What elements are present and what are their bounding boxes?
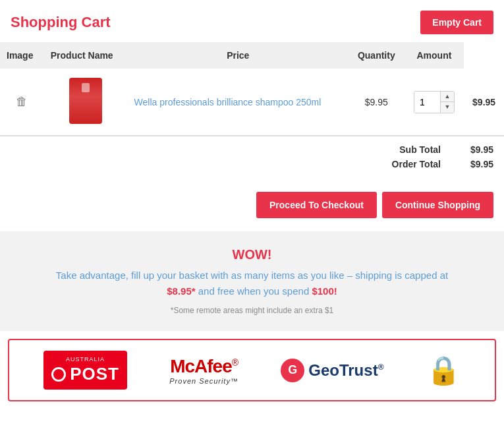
quantity-input[interactable] xyxy=(414,92,441,113)
quantity-up-arrow[interactable]: ▲ xyxy=(441,92,454,102)
amount-cell: $9.95 xyxy=(464,69,504,136)
quantity-down-arrow[interactable]: ▼ xyxy=(441,102,454,113)
quantity-spinner[interactable]: ▲ ▼ xyxy=(414,91,455,113)
quantity-arrows: ▲ ▼ xyxy=(441,92,454,113)
cart-table: Image Product Name Price Quantity Amount… xyxy=(0,42,504,136)
aus-post-main-text: POST xyxy=(70,364,119,384)
aus-post-circle xyxy=(51,367,66,382)
mcafee-badge: McAfee® Proven Security™ xyxy=(169,356,238,385)
sub-total-label: Sub Total xyxy=(381,144,441,155)
promo-price2: $100! xyxy=(312,285,337,297)
product-link[interactable]: Wella professionals brilliance shampoo 2… xyxy=(134,97,322,107)
geotrust-badge: G GeoTrust® xyxy=(281,359,383,382)
image-cell xyxy=(44,69,128,136)
page-header: Shopping Cart Empty Cart xyxy=(0,0,504,42)
geotrust-g-icon: G xyxy=(281,359,304,382)
delete-icon[interactable]: 🗑 xyxy=(16,95,28,108)
totals-section: Sub Total $9.95 Order Total $9.95 xyxy=(0,136,504,181)
promo-line1: Take advantage, fill up your basket with… xyxy=(56,270,448,281)
empty-cart-button[interactable]: Empty Cart xyxy=(420,11,493,34)
table-header-row: Image Product Name Price Quantity Amount xyxy=(0,42,504,69)
quantity-cell: ▲ ▼ xyxy=(405,69,464,136)
lock-icon: 🔒 xyxy=(426,354,461,386)
order-total-label: Order Total xyxy=(381,159,441,169)
trust-badges-container: AUSTRALIA POST McAfee® Proven Security™ … xyxy=(8,339,496,401)
price-cell: $9.95 xyxy=(349,69,405,136)
page-title: Shopping Cart xyxy=(11,14,111,31)
aus-post-inner-circle xyxy=(53,369,64,380)
product-name-cell: Wella professionals brilliance shampoo 2… xyxy=(128,69,349,136)
mcafee-sub-text: Proven Security™ xyxy=(169,377,238,385)
aus-post-logo-row: POST xyxy=(51,364,119,384)
promo-note: *Some remote areas might include an extr… xyxy=(13,306,491,315)
mcafee-registered: ® xyxy=(232,357,238,367)
actions-section: Proceed To Checkout Continue Shopping xyxy=(0,181,504,231)
col-price: Price xyxy=(128,42,349,69)
order-total-value: $9.95 xyxy=(454,159,493,169)
promo-line2: and free when you spend xyxy=(198,285,309,297)
sub-total-value: $9.95 xyxy=(454,144,493,155)
sub-total-row: Sub Total $9.95 xyxy=(381,144,493,155)
delete-cell: 🗑 xyxy=(0,69,44,136)
aus-post-badge: AUSTRALIA POST xyxy=(43,351,127,390)
promo-main-text: Take advantage, fill up your basket with… xyxy=(13,268,491,299)
promo-banner: WOW! Take advantage, fill up your basket… xyxy=(0,231,504,331)
col-image: Image xyxy=(0,42,44,69)
geotrust-registered: ® xyxy=(378,363,384,372)
mcafee-logo-text: McAfee® xyxy=(170,356,238,377)
geotrust-name: GeoTrust® xyxy=(308,361,383,380)
col-product-name: Product Name xyxy=(44,42,128,69)
checkout-button[interactable]: Proceed To Checkout xyxy=(256,192,377,218)
col-quantity: Quantity xyxy=(349,42,405,69)
mcafee-name: McAfee xyxy=(170,356,232,376)
product-image xyxy=(69,78,102,124)
continue-shopping-button[interactable]: Continue Shopping xyxy=(382,192,493,218)
promo-wow-text: WOW! xyxy=(13,247,491,262)
order-total-row: Order Total $9.95 xyxy=(381,159,493,169)
promo-price1: $8.95* xyxy=(167,285,195,297)
aus-post-top-text: AUSTRALIA xyxy=(66,356,105,363)
col-amount: Amount xyxy=(405,42,464,69)
table-row: 🗑 Wella professionals brilliance shampoo… xyxy=(0,69,504,136)
